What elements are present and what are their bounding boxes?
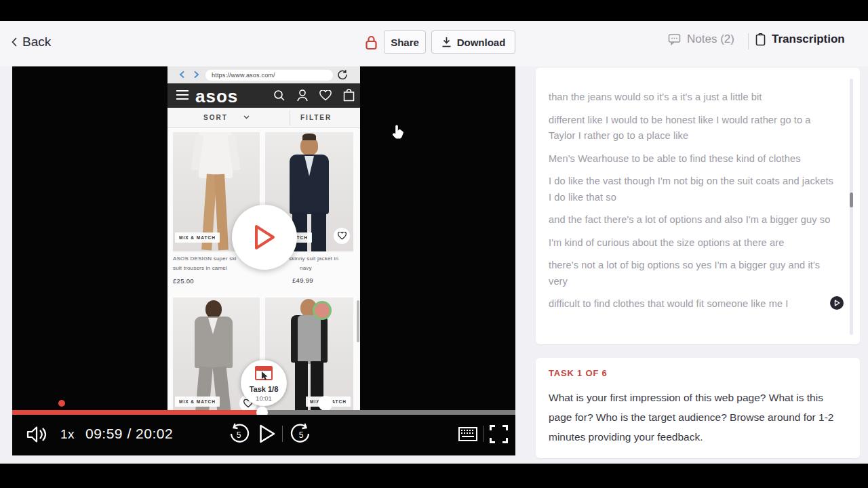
forward-5-icon[interactable]: 5 <box>290 423 312 445</box>
letterbox-bottom <box>0 464 868 488</box>
share-label: Share <box>391 37 419 48</box>
chevron-left-icon <box>11 37 18 47</box>
playback-speed-button[interactable]: 1x <box>60 427 75 442</box>
progress-played <box>12 410 262 415</box>
search-icon <box>273 89 285 102</box>
video-player[interactable]: https://www.asos.com/ asos <box>12 66 515 455</box>
keyboard-shortcuts-icon[interactable] <box>458 427 477 441</box>
transcription-panel: than the jeans would so it's a it's a ju… <box>536 68 860 344</box>
time-display: 09:59 / 20:02 <box>85 426 173 442</box>
browser-forward-icon <box>193 70 199 79</box>
back-button[interactable]: Back <box>11 35 51 49</box>
task-marker-time: 10:01 <box>241 394 287 402</box>
hamburger-menu-icon <box>176 89 189 100</box>
mix-match-badge: MIX & MATCH <box>175 396 220 407</box>
svg-text:5: 5 <box>299 430 304 440</box>
browser-back-icon <box>179 70 185 79</box>
save-heart-button[interactable] <box>334 228 350 244</box>
reload-icon <box>337 69 348 80</box>
browser-window-icon <box>255 366 273 380</box>
download-icon <box>441 37 452 47</box>
sort-filter-divider <box>290 110 290 125</box>
product-name: navy <box>300 265 312 271</box>
sort-button[interactable]: SORT <box>203 114 228 121</box>
task-marker-label: Task 1/8 <box>241 385 287 393</box>
wishlist-heart-icon <box>319 90 332 101</box>
lock-icon <box>364 35 378 51</box>
player-controls: 1x 09:59 / 20:02 5 5 <box>12 415 515 455</box>
mix-match-badge: MIX & MATCH <box>175 232 220 243</box>
transcript-line[interactable]: different like I would to be honest like… <box>549 113 839 144</box>
task-step-label: TASK 1 OF 6 <box>549 368 608 378</box>
sort-chevron-icon <box>243 115 250 119</box>
url-bar: https://www.asos.com/ <box>205 70 333 81</box>
tab-notes[interactable]: Notes (2) <box>668 33 734 46</box>
svg-text:5: 5 <box>237 430 241 440</box>
product-price: £49.99 <box>292 277 313 284</box>
product-price: £25.00 <box>173 277 194 285</box>
app-header: Back Share Download <box>0 21 868 66</box>
sort-filter-bar: SORT FILTER <box>167 108 360 128</box>
save-heart-button[interactable] <box>318 396 333 411</box>
bag-icon <box>343 89 355 102</box>
click-annotation-marker <box>313 301 332 320</box>
back-label: Back <box>22 35 51 49</box>
asos-header: asos <box>167 83 360 108</box>
task-panel: TASK 1 OF 6 What is your first impressio… <box>536 358 860 458</box>
notes-label: Notes (2) <box>687 33 734 46</box>
letterbox-top <box>0 0 868 21</box>
tab-divider <box>748 33 749 49</box>
transcription-icon <box>755 33 766 46</box>
download-button[interactable]: Download <box>431 30 515 54</box>
transcription-label: Transcription <box>772 33 845 46</box>
hand-cursor-icon <box>392 124 405 140</box>
product-name: ASOS DESIGN super ski <box>173 256 237 262</box>
mobile-browser-bar: https://www.asos.com/ <box>167 66 360 83</box>
transcript-line[interactable]: I'm kind of curious about the size optio… <box>549 235 839 251</box>
task-marker-overlay[interactable]: Task 1/8 10:01 <box>241 360 287 406</box>
transcript-line[interactable]: and the fact there's a lot of options an… <box>549 212 839 228</box>
transcript-scrollbar-thumb[interactable] <box>850 192 853 207</box>
task-description: What is your first impression of this we… <box>549 388 848 447</box>
transcript-line[interactable]: than the jeans would so it's a it's a ju… <box>549 89 839 106</box>
transcript-line[interactable]: there's not a lot of big options so yes … <box>549 258 839 289</box>
play-button[interactable] <box>258 424 276 444</box>
notes-icon <box>668 33 681 45</box>
controls-divider <box>483 426 484 442</box>
play-icon <box>253 224 276 251</box>
share-button[interactable]: Share <box>384 30 426 54</box>
progress-bar[interactable] <box>12 410 515 415</box>
transcript-scrollbar[interactable] <box>850 79 853 335</box>
tab-transcription[interactable]: Transcription <box>755 33 845 46</box>
transcript-line[interactable]: Men's Wearhouse to be able to find these… <box>549 151 839 167</box>
transcript-line[interactable]: I do like the vast though I'm not big on… <box>549 174 839 205</box>
filter-button[interactable]: FILTER <box>300 114 332 121</box>
transcript-line[interactable]: difficult to find clothes that would fit… <box>549 296 839 312</box>
asos-logo: asos <box>195 86 238 107</box>
fullscreen-icon[interactable] <box>490 425 508 443</box>
video-play-overlay-button[interactable] <box>232 205 297 270</box>
download-label: Download <box>457 37 506 48</box>
product-name: suit trousers in camel <box>173 265 227 271</box>
account-icon <box>296 89 309 102</box>
volume-icon[interactable] <box>26 424 47 445</box>
mobile-scrollbar[interactable] <box>357 300 359 342</box>
timeline-note-marker[interactable] <box>58 400 65 407</box>
play-from-here-button[interactable] <box>830 296 844 310</box>
rewind-5-icon[interactable]: 5 <box>228 423 250 445</box>
app-page: Back Share Download <box>0 21 868 464</box>
controls-divider <box>282 426 283 442</box>
